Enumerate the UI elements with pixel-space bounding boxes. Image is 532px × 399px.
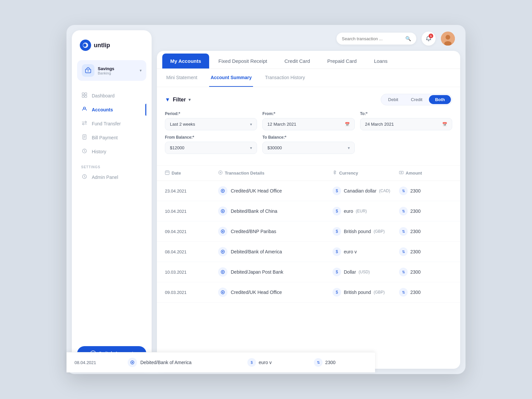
notification-button[interactable]: 1 [422, 32, 436, 46]
tab-my-accounts[interactable]: My Accounts [162, 54, 209, 68]
from-balance-value: $12000 [170, 145, 250, 150]
cell-date-5: 09.03.2021 [165, 290, 218, 295]
tab-prepaid-card[interactable]: Prepaid Card [319, 54, 364, 68]
from-balance-select[interactable]: $12000 ▾ [165, 142, 257, 154]
period-select[interactable]: Last 2 weeks ▾ [165, 118, 257, 130]
currency-code-5: (GBP) [374, 290, 385, 295]
sidebar-item-dashboard[interactable]: Dashboard [77, 89, 146, 103]
filter-group-to-balance: To Balance:* $30000 ▾ [262, 135, 354, 154]
cell-currency-1: $ euro (EUR) [332, 207, 399, 215]
cell-date-4: 10.03.2021 [165, 270, 218, 275]
filter-section: ▼ Filter ▾ Debit Credit Both Period:* [157, 87, 460, 166]
cell-transaction-1: Debited/Bank of China [218, 206, 332, 216]
dashboard-icon [81, 92, 88, 99]
filter-chevron-icon: ▾ [189, 97, 191, 102]
tab-loans[interactable]: Loans [366, 54, 396, 68]
credit-toggle-button[interactable]: Credit [405, 95, 429, 104]
th-transaction: Transaction Details [218, 170, 332, 176]
logo-text: untlip [94, 42, 110, 49]
switch-account-button[interactable]: Switch Account [77, 346, 146, 361]
cell-amount-3: ⇅ 2300 [399, 247, 452, 256]
cell-amount-2: ⇅ 2300 [399, 227, 452, 236]
transaction-header-icon [218, 170, 223, 176]
both-toggle-button[interactable]: Both [429, 95, 451, 104]
header: 🔍 1 [157, 25, 460, 51]
currency-name-2: British pound [344, 229, 371, 234]
currency-code-2: (GBP) [374, 229, 385, 234]
amount-value-4: 2300 [410, 269, 421, 275]
to-label: To:* [360, 111, 452, 116]
transaction-label-0: Credited/UK Head Office [231, 188, 282, 194]
cell-transaction-0: Credited/UK Head Office [218, 186, 332, 196]
svg-rect-5 [85, 93, 87, 95]
search-input[interactable] [342, 36, 403, 41]
content-panel: My Accounts Fixed Deposit Receipt Credit… [157, 51, 460, 369]
cell-currency-5: $ British pound (GBP) [332, 288, 399, 297]
period-value: Last 2 weeks [170, 122, 250, 127]
tab-credit-card[interactable]: Credit Card [277, 54, 318, 68]
account-chevron-icon: ▾ [140, 68, 142, 73]
account-card[interactable]: Savings Banking ▾ [77, 60, 146, 81]
currency-icon-1: $ [332, 207, 341, 215]
sidebar-item-label-admin-panel: Admin Panel [92, 175, 118, 180]
transaction-icon-5 [218, 288, 227, 297]
cell-transaction-3: Debited/Bank of America [218, 247, 332, 256]
currency-code-0: (CAD) [379, 189, 390, 193]
to-balance-label: To Balance:* [262, 135, 354, 140]
sidebar-item-admin-panel[interactable]: Admin Panel [77, 170, 146, 184]
sidebar-item-history[interactable]: History [77, 145, 146, 159]
amount-icon-0: ⇅ [399, 187, 408, 195]
filter-label[interactable]: ▼ Filter ▾ [165, 97, 191, 103]
currency-code-1: (EUR) [356, 209, 367, 213]
debit-toggle-button[interactable]: Debit [382, 95, 404, 104]
sub-tab-mini-statement[interactable]: Mini Statement [165, 69, 199, 87]
cell-currency-0: $ Canadian dollar (CAD) [332, 187, 399, 195]
logo-icon [80, 40, 91, 51]
filter-group-from-balance: From Balance:* $12000 ▾ [165, 135, 257, 154]
amount-icon-2: ⇅ [399, 227, 408, 236]
to-date-input[interactable]: 24 March 2021 📅 [360, 118, 452, 130]
switch-account-label: Switch Account [99, 351, 134, 356]
svg-rect-17 [165, 171, 169, 175]
svg-point-1 [83, 44, 86, 47]
to-balance-chevron-icon: ▾ [348, 146, 350, 150]
cell-date-2: 09.04.2021 [165, 229, 218, 234]
admin-panel-icon [81, 174, 88, 181]
currency-icon-3: $ [332, 247, 341, 256]
tab-fixed-deposit[interactable]: Fixed Deposit Receipt [210, 54, 275, 68]
period-chevron-icon: ▾ [250, 122, 252, 127]
filter-group-empty [360, 135, 452, 154]
cell-transaction-4: Debited/Japan Post Bank [218, 267, 332, 277]
sub-tab-transaction-history[interactable]: Transaction History [264, 69, 306, 87]
sidebar-item-accounts[interactable]: Accounts [77, 103, 146, 117]
cell-currency-2: $ British pound (GBP) [332, 227, 399, 236]
sidebar-item-fund-transfer[interactable]: Fund Transfer [77, 117, 146, 131]
sub-tab-account-summary[interactable]: Account Summary [209, 69, 253, 87]
to-balance-select[interactable]: $30000 ▾ [262, 142, 354, 154]
amount-header-icon [399, 170, 404, 176]
cell-amount-4: ⇅ 2300 [399, 268, 452, 276]
account-type: Banking [98, 71, 136, 75]
currency-icon-2: $ [332, 227, 341, 236]
cell-date-1: 10.04.2021 [165, 209, 218, 214]
currency-icon-4: $ [332, 268, 341, 276]
bill-payment-icon [81, 134, 88, 141]
currency-name-1: euro [344, 208, 353, 214]
svg-point-3 [88, 70, 89, 71]
settings-label: SETTINGS [77, 161, 146, 170]
cell-date-3: 08.04.2021 [165, 249, 218, 254]
table-row: 08.04.2021 Debited/Bank of America $ eur… [157, 242, 460, 262]
search-bar[interactable]: 🔍 [336, 33, 416, 45]
main-content: 🔍 1 My Accounts [157, 25, 466, 374]
from-date-input[interactable]: 12 March 2021 📅 [262, 118, 354, 130]
transaction-label-3: Debited/Bank of America [231, 249, 282, 254]
currency-icon-5: $ [332, 288, 341, 297]
sidebar-item-label-history: History [92, 149, 106, 154]
currency-name-0: Canadian dollar [344, 188, 376, 194]
avatar[interactable] [441, 32, 455, 46]
svg-rect-6 [82, 95, 84, 97]
sub-tabs: Mini Statement Account Summary Transacti… [157, 69, 460, 87]
sidebar-item-bill-payment[interactable]: Bill Payment [77, 131, 146, 145]
svg-rect-4 [82, 93, 84, 95]
history-icon [81, 148, 88, 155]
